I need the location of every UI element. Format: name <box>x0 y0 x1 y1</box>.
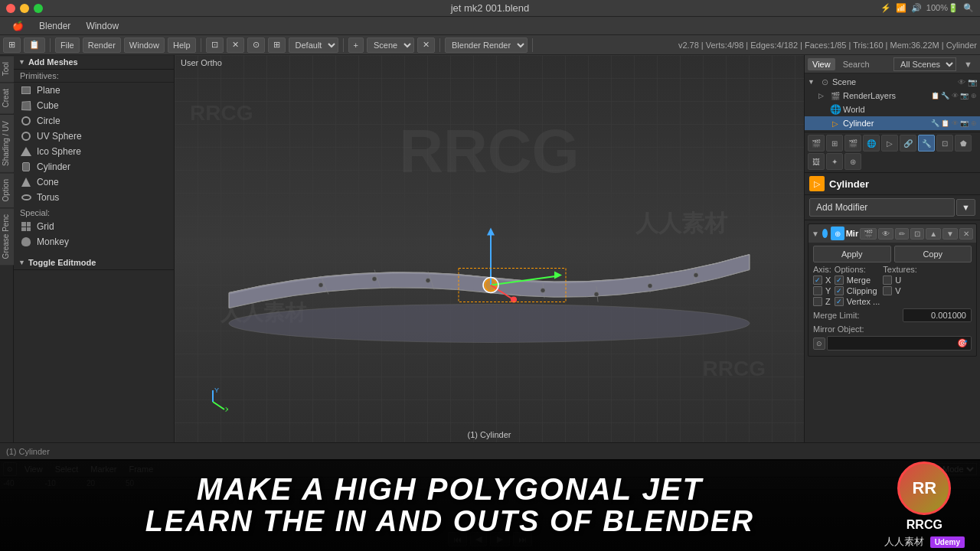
prop-layers[interactable]: ⊞ <box>826 135 843 152</box>
object-info: (1) Cylinder <box>468 430 511 439</box>
prop-physics[interactable]: ⊛ <box>844 153 861 170</box>
tex-u-checkbox[interactable] <box>883 276 892 285</box>
mod-render-btn[interactable]: 🎬 <box>860 228 877 240</box>
textures-label: Textures: <box>883 265 917 274</box>
merge-checkbox[interactable] <box>835 276 844 285</box>
toggle-editmode-header[interactable]: Toggle Editmode <box>14 256 174 270</box>
editor-type[interactable]: 📋 <box>24 37 45 53</box>
axis-x-checkbox[interactable] <box>813 276 822 285</box>
tex-v-checkbox[interactable] <box>883 286 892 295</box>
mesh-cylinder[interactable]: Cylinder <box>14 159 174 174</box>
viewport-icon[interactable]: ⊙ <box>247 37 265 53</box>
mesh-icosphere[interactable]: Ico Sphere <box>14 144 174 159</box>
apply-button[interactable]: Apply <box>813 246 891 262</box>
menu-blender[interactable]: Blender <box>33 19 77 33</box>
mesh-grid[interactable]: Grid <box>14 219 174 234</box>
prop-render[interactable]: 🎬 <box>808 135 825 152</box>
renderlayers-icon-tree: 🎬 <box>829 90 841 102</box>
mesh-plane[interactable]: Plane <box>14 83 174 98</box>
mesh-cube[interactable]: Cube <box>14 98 174 113</box>
clipping-checkbox[interactable] <box>835 286 844 295</box>
prop-object[interactable]: ▷ <box>881 135 898 152</box>
mesh-uvsphere[interactable]: UV Sphere <box>14 129 174 144</box>
view-layout-icon[interactable]: ⊡ <box>206 37 224 53</box>
tab-shading[interactable]: Shading / UV <box>0 114 14 172</box>
mirror-object-pick-btn[interactable]: 🎯 <box>957 338 968 348</box>
merge-limit-value[interactable]: 0.001000 <box>903 308 972 322</box>
axis-y-checkbox[interactable] <box>813 286 822 295</box>
vertex-checkbox[interactable] <box>835 297 844 306</box>
panel-options[interactable]: ▼ <box>959 58 977 70</box>
plane-icon <box>20 84 32 96</box>
mode-icon[interactable]: ⊞ <box>268 37 286 53</box>
menu-apple[interactable]: 🍎 <box>6 19 30 33</box>
menu-window[interactable]: Window <box>80 19 125 33</box>
tab-tool[interactable]: Tool <box>0 55 14 82</box>
file-btn[interactable]: File <box>55 37 80 53</box>
close-layout[interactable]: ✕ <box>227 37 244 53</box>
scene-icon[interactable]: + <box>348 37 364 53</box>
mod-enable-dot[interactable] <box>822 229 828 238</box>
layout-toggle[interactable]: ⊞ <box>3 37 21 53</box>
statusbar-info: (1) Cylinder <box>6 447 50 456</box>
render-btn[interactable]: Render <box>83 37 121 53</box>
window-btn[interactable]: Window <box>124 37 165 53</box>
mirror-object-row: Mirror Object: <box>813 324 972 334</box>
svg-point-0 <box>229 305 750 343</box>
mod-down-btn[interactable]: ▼ <box>942 228 958 240</box>
options-col: Options: Merge Clipping <box>835 265 880 306</box>
help-btn[interactable]: Help <box>168 37 196 53</box>
maximize-button[interactable] <box>34 4 43 13</box>
close-button[interactable] <box>6 4 15 13</box>
prop-textures[interactable]: 🖼 <box>808 153 825 170</box>
view-mode-select[interactable]: Default <box>289 37 338 53</box>
viewport[interactable]: User Ortho RRCG 人人素材 人人素材 RRCG RRCG <box>175 55 804 442</box>
all-scenes-select[interactable]: All Scenes <box>893 57 956 71</box>
mesh-torus[interactable]: Torus <box>14 190 174 205</box>
view-btn[interactable]: View <box>808 58 835 70</box>
add-meshes-header[interactable]: Add Meshes <box>14 55 174 70</box>
tree-renderlayers[interactable]: ▷ 🎬 RenderLayers 📋 🔧 👁 📷 ⊕ <box>805 89 980 103</box>
grid-icon <box>20 220 32 233</box>
axis-z-checkbox[interactable] <box>813 297 822 306</box>
mod-toggle[interactable]: ▼ <box>812 230 819 238</box>
mod-up-btn[interactable]: ▲ <box>926 228 941 240</box>
scene-actions: 👁 📷 <box>958 78 977 86</box>
minimize-button[interactable] <box>20 4 29 13</box>
render-engine-select[interactable]: Blender Render <box>445 37 528 53</box>
scene-select[interactable]: Scene <box>367 37 414 53</box>
svg-line-27 <box>213 402 224 409</box>
jet-mesh-svg <box>221 163 757 354</box>
tree-scene[interactable]: ▼ ⊙ Scene 👁 📷 <box>805 75 980 89</box>
axis-y-row: Y <box>813 286 831 295</box>
search-btn[interactable]: Search <box>838 58 874 70</box>
tree-world[interactable]: 🌐 World <box>805 103 980 116</box>
mesh-cone[interactable]: Cone <box>14 174 174 190</box>
tab-creat[interactable]: Creat <box>0 82 14 113</box>
prop-constraints[interactable]: 🔗 <box>900 135 916 152</box>
prop-material[interactable]: ⬟ <box>955 135 972 152</box>
mod-realtime-btn[interactable]: 👁 <box>878 228 893 240</box>
mesh-circle[interactable]: Circle <box>14 113 174 129</box>
textures-col: Textures: U V <box>883 265 917 306</box>
prop-modifiers[interactable]: 🔧 <box>918 135 935 152</box>
prop-data[interactable]: ⊡ <box>936 135 953 152</box>
merge-limit-label: Merge Limit: <box>813 311 900 320</box>
mirror-object-label: Mirror Object: <box>813 324 864 334</box>
prop-particles[interactable]: ✦ <box>826 153 843 170</box>
mod-cage-btn[interactable]: ⊡ <box>910 228 924 240</box>
mesh-monkey[interactable]: Monkey <box>14 234 174 249</box>
axis-indicator: Y X <box>198 386 228 419</box>
mod-editmode-btn[interactable]: ✏ <box>895 228 909 240</box>
add-modifier-button[interactable]: Add Modifier <box>809 198 955 217</box>
prop-scene[interactable]: 🎬 <box>844 135 861 152</box>
add-modifier-arrow[interactable]: ▼ <box>956 199 975 216</box>
mirror-object-field[interactable]: 🎯 <box>827 336 972 350</box>
tab-option[interactable]: Option <box>0 172 14 207</box>
close-scene[interactable]: ✕ <box>417 37 435 53</box>
tree-cylinder[interactable]: ▷ Cylinder 🔧 📋 👁 📷 ⊕ <box>805 116 980 130</box>
copy-button[interactable]: Copy <box>894 246 972 262</box>
prop-world[interactable]: 🌐 <box>863 135 880 152</box>
tab-grease[interactable]: Grease Penc <box>0 207 14 265</box>
mod-delete-btn[interactable]: ✕ <box>959 228 973 240</box>
